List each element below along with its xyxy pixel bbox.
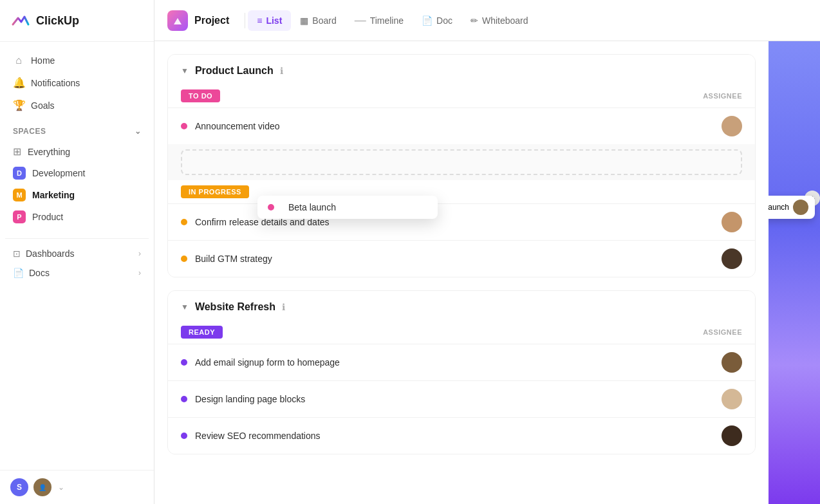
sidebar-item-goals[interactable]: 🏆 Goals xyxy=(5,94,149,117)
info-icon-website-refresh: ℹ xyxy=(282,302,285,312)
sidebar-item-notifications[interactable]: 🔔 Notifications xyxy=(5,71,149,94)
tab-divider xyxy=(245,13,245,28)
task-row-design-landing[interactable]: Design landing page blocks xyxy=(168,380,755,417)
list-area: Beta launch ▼ Product Launch ℹ TO DO ASS… xyxy=(154,41,769,504)
info-icon-product-launch: ℹ xyxy=(280,66,283,76)
tab-timeline-label: Timeline xyxy=(370,15,404,26)
task-dot-red xyxy=(181,123,187,129)
status-row-inprogress: IN PROGRESS xyxy=(168,180,755,203)
task-dot-yellow-1 xyxy=(181,219,187,225)
sidebar-item-everything-label: Everything xyxy=(28,147,70,157)
task-dot-yellow-2 xyxy=(181,256,187,262)
task-avatar-t2 xyxy=(722,212,742,232)
chevron-down-icon[interactable]: ⌄ xyxy=(135,127,142,136)
sidebar-item-development[interactable]: D Development xyxy=(5,162,149,184)
group-product-launch: ▼ Product Launch ℹ TO DO ASSIGNEE Announ… xyxy=(167,54,756,277)
project-icon xyxy=(167,10,188,31)
sidebar-item-dashboards[interactable]: ⊡ Dashboards › xyxy=(5,244,149,263)
chevron-right-icon-docs: › xyxy=(138,268,141,277)
drag-placeholder xyxy=(181,149,742,175)
trophy-icon: 🏆 xyxy=(13,99,24,111)
tab-list-label: List xyxy=(266,15,282,26)
sidebar-item-home[interactable]: ⌂ Home xyxy=(5,50,149,71)
task-avatar-t6 xyxy=(722,425,742,446)
main-area: Project ≡ List ▦ Board — Timeline 📄 Doc … xyxy=(154,0,820,504)
collapse-icon-product-launch[interactable]: ▼ xyxy=(181,66,189,75)
user-avatar-s: S xyxy=(10,478,28,496)
tab-board-label: Board xyxy=(312,15,336,26)
whiteboard-icon: ✏ xyxy=(471,15,478,26)
tab-whiteboard[interactable]: ✏ Whiteboard xyxy=(461,10,537,31)
sidebar-item-goals-label: Goals xyxy=(31,100,55,111)
collapse-icon-website-refresh[interactable]: ▼ xyxy=(181,303,189,312)
topbar: Project ≡ List ▦ Board — Timeline 📄 Doc … xyxy=(154,0,820,41)
sidebar-item-marketing-label: Marketing xyxy=(32,190,75,200)
sidebar: ClickUp ⌂ Home 🔔 Notifications 🏆 Goals S… xyxy=(0,0,154,504)
task-name-announcement-video: Announcement video xyxy=(195,121,722,131)
group-title-product-launch: Product Launch xyxy=(195,65,274,77)
sidebar-item-docs[interactable]: 📄 Docs › xyxy=(5,263,149,283)
task-name-review-seo: Review SEO recommendations xyxy=(195,431,722,441)
bell-icon: 🔔 xyxy=(13,77,24,89)
status-badge-ready: READY xyxy=(181,326,223,339)
logo-area: ClickUp xyxy=(0,0,154,42)
task-avatar-t3 xyxy=(722,248,742,269)
list-icon: ≡ xyxy=(257,15,262,26)
sidebar-item-product-label: Product xyxy=(32,212,63,222)
tab-list[interactable]: ≡ List xyxy=(248,10,291,31)
group-header-website-refresh: ▼ Website Refresh ℹ xyxy=(168,291,755,321)
sidebar-item-everything[interactable]: ⊞ Everything xyxy=(5,141,149,162)
task-avatar-t4 xyxy=(722,352,742,373)
task-row-email-signup[interactable]: Add email signup form to homepage xyxy=(168,344,755,380)
doc-icon: 📄 xyxy=(422,15,433,26)
assignee-label-ready: ASSIGNEE xyxy=(703,328,742,336)
sidebar-item-home-label: Home xyxy=(31,55,55,66)
task-row-review-seo[interactable]: Review SEO recommendations xyxy=(168,417,755,454)
footer-dropdown-icon[interactable]: ⌄ xyxy=(58,483,64,492)
home-icon: ⌂ xyxy=(13,55,24,66)
task-name-design-landing: Design landing page blocks xyxy=(195,394,722,404)
floating-card-text: Beta launch xyxy=(769,203,789,212)
status-row-ready: READY ASSIGNEE xyxy=(168,321,755,344)
grid-icon: ⊞ xyxy=(13,145,21,158)
task-dot-purple-2 xyxy=(181,396,187,402)
sidebar-dashboards-label: Dashboards xyxy=(26,248,75,259)
product-badge: P xyxy=(13,210,26,223)
task-dot-purple-3 xyxy=(181,433,187,439)
task-row-build-gtm[interactable]: Build GTM strategy xyxy=(168,240,755,277)
sidebar-footer: S 👤 ⌄ xyxy=(0,470,154,504)
tab-doc-label: Doc xyxy=(436,15,452,26)
sidebar-nav: ⌂ Home 🔔 Notifications 🏆 Goals Spaces ⌄ … xyxy=(0,42,154,470)
task-row-announcement-video[interactable]: Announcement video xyxy=(168,107,755,144)
task-name-email-signup: Add email signup form to homepage xyxy=(195,357,722,368)
tab-timeline[interactable]: — Timeline xyxy=(346,8,413,32)
sidebar-item-marketing[interactable]: M Marketing xyxy=(5,184,149,206)
spaces-section-label: Spaces ⌄ xyxy=(5,122,149,141)
status-badge-todo: TO DO xyxy=(181,89,220,102)
project-title: Project xyxy=(194,15,229,26)
content-area: Beta launch ▼ Product Launch ℹ TO DO ASS… xyxy=(154,41,820,504)
right-decoration: + Beta launch xyxy=(769,41,820,504)
group-website-refresh: ▼ Website Refresh ℹ READY ASSIGNEE Add e… xyxy=(167,290,756,454)
group-title-website-refresh: Website Refresh xyxy=(195,301,275,313)
sidebar-item-development-label: Development xyxy=(32,168,86,178)
assignee-label-todo: ASSIGNEE xyxy=(703,92,742,100)
timeline-icon: — xyxy=(355,14,366,27)
tab-doc[interactable]: 📄 Doc xyxy=(413,10,461,31)
task-dot-purple-1 xyxy=(181,359,187,366)
task-avatar-t5 xyxy=(722,389,742,409)
task-name-confirm-release: Confirm release details and dates xyxy=(195,217,722,227)
sidebar-docs-label: Docs xyxy=(29,268,50,278)
task-name-build-gtm: Build GTM strategy xyxy=(195,254,722,264)
board-icon: ▦ xyxy=(300,15,308,26)
task-row-confirm-release[interactable]: Confirm release details and dates xyxy=(168,203,755,240)
floating-avatar xyxy=(793,200,808,215)
dashboards-icon: ⊡ xyxy=(13,248,21,259)
tab-board[interactable]: ▦ Board xyxy=(291,10,345,31)
task-avatar-t1 xyxy=(722,116,742,136)
sidebar-item-notifications-label: Notifications xyxy=(31,78,80,88)
sidebar-item-product[interactable]: P Product xyxy=(5,206,149,228)
status-row-todo: TO DO ASSIGNEE xyxy=(168,84,755,107)
floating-drag-card: Beta launch xyxy=(769,196,815,219)
development-badge: D xyxy=(13,167,26,180)
